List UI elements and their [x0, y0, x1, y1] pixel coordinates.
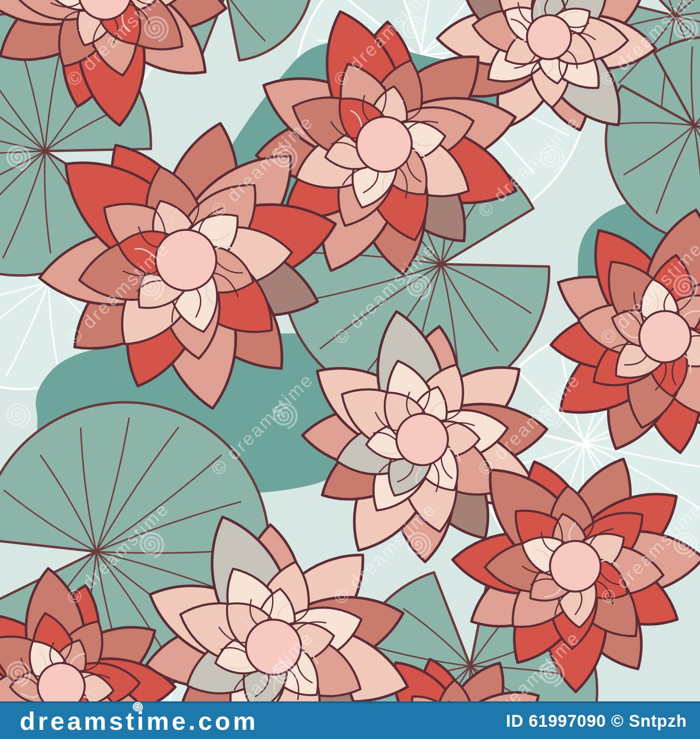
water-lily-pattern-illustration: © dreamstime© dreamstime© dreamstime© dr…	[0, 0, 700, 701]
dreamstime-watermark-bar: dreamstime.com ID 61997090 © Sntpzh	[0, 701, 700, 739]
dreamstime-logo: dreamstime.com	[20, 708, 258, 734]
stock-image-preview: © dreamstime© dreamstime© dreamstime© dr…	[0, 0, 700, 739]
logo-spiral-icon	[130, 700, 145, 715]
image-id-text: ID 61997090 © Sntpzh	[506, 712, 687, 731]
